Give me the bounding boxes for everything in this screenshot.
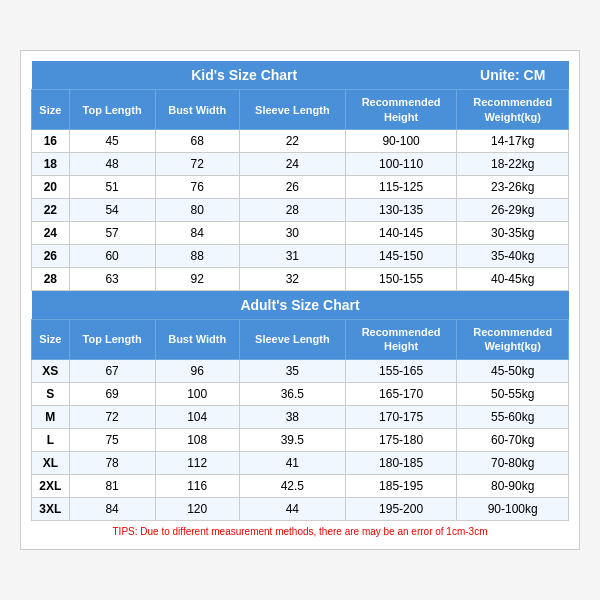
adults-col-bust-width: Bust Width [155,320,239,360]
kids-size-16: 16 [32,130,70,153]
kids-row-26: 26 60 88 31 145-150 35-40kg [32,245,569,268]
adults-col-rec-weight: RecommendedWeight(kg) [457,320,569,360]
adults-row-s: S 69 100 36.5 165-170 50-55kg [32,382,569,405]
adults-row-m: M 72 104 38 170-175 55-60kg [32,405,569,428]
adults-section-header: Adult's Size Chart [32,291,569,320]
kids-row-18: 18 48 72 24 100-110 18-22kg [32,153,569,176]
kids-col-sleeve-length: Sleeve Length [239,90,345,130]
size-chart-table: Kid's Size Chart Unite: CM Size Top Leng… [31,61,569,538]
kids-row-28: 28 63 92 32 150-155 40-45kg [32,268,569,291]
kids-col-size: Size [32,90,70,130]
kids-row-20: 20 51 76 26 115-125 23-26kg [32,176,569,199]
unit-label: Unite: CM [457,61,569,90]
kids-col-rec-height: RecommendedHeight [345,90,457,130]
kids-section-header: Kid's Size Chart Unite: CM [32,61,569,90]
adults-col-size: Size [32,320,70,360]
kids-title: Kid's Size Chart [32,61,457,90]
adults-row-2xl: 2XL 81 116 42.5 185-195 80-90kg [32,474,569,497]
tips-text: TIPS: Due to different measurement metho… [32,520,569,539]
adults-row-l: L 75 108 39.5 175-180 60-70kg [32,428,569,451]
tips-row: TIPS: Due to different measurement metho… [32,520,569,539]
kids-row-24: 24 57 84 30 140-145 30-35kg [32,222,569,245]
kids-col-top-length: Top Length [69,90,155,130]
kids-col-bust-width: Bust Width [155,90,239,130]
kids-col-rec-weight: RecommendedWeight(kg) [457,90,569,130]
kids-row-22: 22 54 80 28 130-135 26-29kg [32,199,569,222]
kids-col-header: Size Top Length Bust Width Sleeve Length… [32,90,569,130]
adults-title: Adult's Size Chart [32,291,569,320]
adults-row-xl: XL 78 112 41 180-185 70-80kg [32,451,569,474]
adults-col-sleeve-length: Sleeve Length [239,320,345,360]
chart-container: Kid's Size Chart Unite: CM Size Top Leng… [20,50,580,549]
adults-col-rec-height: RecommendedHeight [345,320,457,360]
adults-row-xs: XS 67 96 35 155-165 45-50kg [32,359,569,382]
adults-col-top-length: Top Length [69,320,155,360]
adults-col-header: Size Top Length Bust Width Sleeve Length… [32,320,569,360]
adults-row-3xl: 3XL 84 120 44 195-200 90-100kg [32,497,569,520]
kids-row-16: 16 45 68 22 90-100 14-17kg [32,130,569,153]
